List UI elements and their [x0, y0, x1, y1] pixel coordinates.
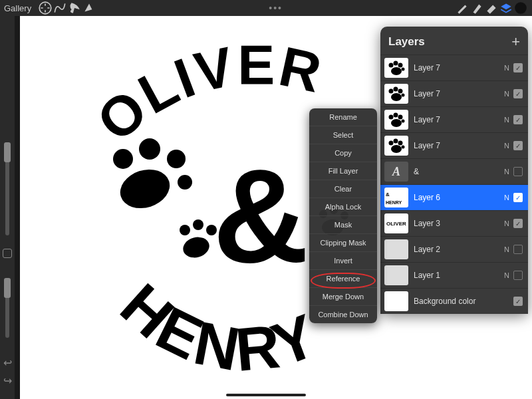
layer-thumbnail: [384, 239, 408, 259]
layer-name: Layer 6: [414, 193, 504, 202]
visibility-checkbox[interactable]: ✓: [513, 193, 523, 202]
svg-text:HENRY: HENRY: [386, 200, 402, 205]
svg-point-18: [391, 67, 402, 75]
layer-row[interactable]: Layer 7N✓: [380, 80, 528, 106]
visibility-checkbox[interactable]: ✓: [513, 115, 523, 124]
layer-thumbnail: [384, 265, 408, 285]
gallery-button[interactable]: Gallery: [4, 3, 31, 13]
menu-item-select[interactable]: Select: [309, 126, 377, 144]
layer-thumbnail: OLIVER: [384, 213, 408, 233]
layer-name: Background color: [414, 297, 513, 306]
svg-point-6: [139, 138, 160, 160]
menu-item-rename[interactable]: Rename: [309, 108, 377, 126]
smudge-icon[interactable]: [469, 1, 484, 15]
svg-point-26: [398, 89, 403, 94]
layer-name: Layer 7: [414, 141, 504, 150]
left-sidebar: ↩ ↪: [0, 16, 15, 399]
layer-row[interactable]: OLIVERLayer 3N✓: [380, 210, 528, 236]
menu-item-invert[interactable]: Invert: [309, 252, 377, 270]
visibility-checkbox[interactable]: ✓: [513, 219, 523, 228]
svg-point-33: [391, 145, 402, 153]
menu-item-mask[interactable]: Mask: [309, 216, 377, 234]
svg-point-25: [394, 87, 398, 92]
layer-row[interactable]: &HENRYLayer 6N✓: [380, 184, 528, 210]
eraser-icon[interactable]: [484, 1, 499, 15]
color-swatch[interactable]: [513, 1, 528, 15]
svg-point-29: [389, 115, 394, 120]
menu-item-merge-down[interactable]: Merge Down: [309, 288, 377, 306]
svg-text:OLIVER: OLIVER: [386, 221, 406, 227]
blend-mode-label[interactable]: N: [504, 219, 509, 227]
svg-point-10: [180, 225, 190, 235]
transform-icon[interactable]: [82, 1, 96, 15]
svg-point-36: [398, 141, 403, 146]
layer-name: Layer 3: [414, 219, 504, 228]
visibility-checkbox[interactable]: [513, 271, 523, 280]
svg-point-11: [193, 219, 203, 230]
layers-title: Layers: [388, 35, 425, 49]
blend-mode-label[interactable]: N: [504, 90, 509, 98]
layer-thumbnail: [384, 291, 408, 311]
blend-mode-label[interactable]: N: [504, 116, 509, 124]
visibility-checkbox[interactable]: ✓: [513, 141, 523, 150]
brush-size-slider[interactable]: [5, 142, 9, 235]
layer-thumbnail: &HENRY: [384, 188, 408, 207]
layer-name: Layer 7: [414, 63, 504, 72]
blend-mode-label[interactable]: N: [504, 245, 509, 253]
svg-point-20: [394, 61, 398, 66]
modify-button[interactable]: [3, 249, 12, 258]
visibility-checkbox[interactable]: [513, 245, 523, 254]
actions-icon[interactable]: [38, 1, 53, 15]
menu-item-reference[interactable]: Reference: [309, 270, 377, 288]
svg-point-5: [113, 149, 133, 169]
brush-icon[interactable]: [455, 1, 469, 15]
layers-icon[interactable]: [499, 1, 513, 15]
svg-point-9: [181, 234, 211, 260]
layer-row[interactable]: Layer 7N✓: [380, 132, 528, 158]
blend-mode-label[interactable]: N: [504, 194, 509, 201]
menu-item-alpha-lock[interactable]: Alpha Lock: [309, 198, 377, 216]
layer-row[interactable]: Layer 1N: [380, 262, 528, 288]
svg-point-27: [402, 94, 405, 97]
layer-row[interactable]: A&N: [380, 158, 528, 184]
visibility-checkbox[interactable]: ✓: [513, 89, 523, 98]
layer-row[interactable]: Layer 7N✓: [380, 106, 528, 132]
svg-point-19: [389, 63, 394, 68]
svg-point-7: [167, 150, 186, 168]
blend-mode-label[interactable]: N: [504, 64, 509, 72]
layer-thumbnail: [384, 58, 408, 78]
svg-point-34: [389, 141, 394, 146]
svg-point-30: [394, 113, 398, 118]
layer-thumbnail: A: [384, 162, 408, 182]
svg-point-22: [402, 68, 405, 71]
home-indicator: [226, 394, 306, 396]
visibility-checkbox[interactable]: ✓: [513, 63, 523, 72]
layers-panel: Layers + Layer 7N✓Layer 7N✓Layer 7N✓Laye…: [380, 27, 528, 314]
menu-item-clipping-mask[interactable]: Clipping Mask: [309, 234, 377, 252]
layer-row[interactable]: Background color✓: [380, 288, 528, 314]
add-layer-button[interactable]: +: [511, 33, 520, 51]
modify-handle-icon[interactable]: •••: [263, 3, 289, 13]
blend-mode-label[interactable]: N: [504, 142, 509, 150]
adjustments-icon[interactable]: [53, 1, 67, 15]
undo-button[interactable]: ↩: [3, 356, 12, 369]
svg-point-1: [515, 2, 527, 14]
blend-mode-label[interactable]: N: [504, 168, 509, 176]
layer-context-menu: RenameSelectCopyFill LayerClearAlpha Loc…: [309, 108, 377, 323]
menu-item-clear[interactable]: Clear: [309, 180, 377, 198]
selection-icon[interactable]: [67, 1, 82, 15]
opacity-slider[interactable]: [5, 278, 9, 338]
svg-point-23: [391, 93, 402, 101]
blend-mode-label[interactable]: N: [504, 271, 509, 279]
layer-thumbnail: [384, 84, 408, 104]
layer-row[interactable]: Layer 7N✓: [380, 55, 528, 80]
visibility-checkbox[interactable]: [513, 167, 523, 176]
menu-item-copy[interactable]: Copy: [309, 144, 377, 162]
layer-row[interactable]: Layer 2N: [380, 236, 528, 262]
menu-item-combine-down[interactable]: Combine Down: [309, 306, 377, 323]
menu-item-fill-layer[interactable]: Fill Layer: [309, 162, 377, 180]
layer-name: Layer 7: [414, 89, 504, 98]
visibility-checkbox[interactable]: ✓: [513, 297, 523, 306]
redo-button[interactable]: ↪: [3, 374, 12, 387]
layer-thumbnail: [384, 110, 408, 130]
